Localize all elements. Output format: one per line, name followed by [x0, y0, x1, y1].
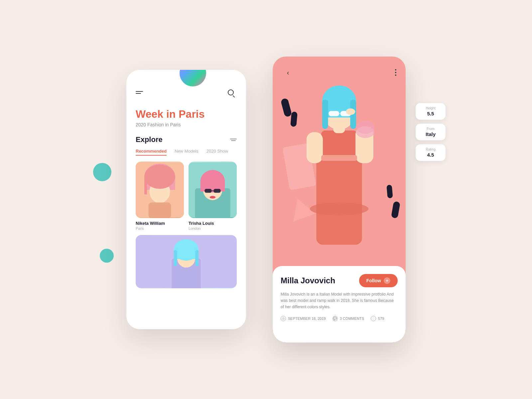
svg-rect-36	[329, 111, 339, 116]
svg-rect-39	[321, 155, 357, 161]
filter-icon[interactable]	[230, 139, 237, 141]
trisha-name: Trisha Louis	[189, 221, 237, 226]
stat-rating: Rating 4.5	[416, 144, 446, 161]
search-icon	[228, 89, 234, 95]
niketa-name: Niketa William	[136, 221, 184, 226]
follow-label: Follow	[366, 278, 381, 283]
left-phone: Week in Paris 2020 Fashion in Paris Expl…	[126, 70, 246, 329]
dot-icon	[395, 69, 396, 70]
info-card-header: Milla Jovovich Follow +	[281, 274, 398, 287]
model-description: Milla Jovovich is an a Italian Model wit…	[281, 291, 398, 311]
tab-2020-show[interactable]: 2020 Show	[206, 149, 228, 156]
svg-rect-13	[213, 189, 220, 193]
svg-rect-26	[307, 132, 323, 163]
model-hero-image	[286, 78, 392, 245]
follow-plus-icon: +	[384, 277, 390, 284]
back-button[interactable]: ‹	[282, 66, 294, 78]
model-info-card: Milla Jovovich Follow + Milla Jovovich i…	[273, 266, 406, 342]
gradient-blob	[180, 70, 206, 86]
side-stats: Height 5.5 From Italy Rating 4.5	[416, 103, 446, 161]
from-label: From	[421, 127, 440, 131]
model-card-niketa[interactable]: Niketa William Paris	[136, 162, 184, 230]
svg-rect-34	[322, 99, 328, 129]
svg-rect-5	[144, 177, 147, 195]
explore-header: Explore	[136, 135, 237, 144]
height-label: Height	[421, 106, 440, 110]
rating-value: 4.5	[421, 152, 440, 158]
comment-icon: 💬	[332, 316, 338, 321]
heart-icon: ♡	[371, 316, 376, 321]
model-main-name: Milla Jovovich	[281, 276, 335, 285]
stat-from: From Italy	[416, 124, 446, 140]
svg-rect-6	[149, 202, 171, 218]
right-phone: ‹	[273, 57, 406, 342]
svg-point-40	[346, 108, 355, 115]
page-subtitle: 2020 Fashion in Paris	[136, 122, 237, 127]
comments-count: 3 COMMENTS	[340, 317, 364, 321]
explore-label: Explore	[136, 135, 163, 144]
comments-item[interactable]: 💬 3 COMMENTS	[332, 316, 364, 321]
likes-item[interactable]: ♡ 579	[371, 316, 384, 321]
model-card-milla-thumb[interactable]	[136, 235, 237, 288]
tab-new-models[interactable]: New Models	[175, 149, 199, 156]
niketa-image	[136, 162, 184, 218]
model-grid: Niketa William Paris	[136, 162, 237, 230]
search-button[interactable]	[225, 86, 237, 98]
dot-icon	[395, 72, 396, 73]
svg-point-24	[310, 202, 369, 215]
date-item: ◷ SEPTEMBER 18, 2019	[281, 316, 326, 321]
svg-rect-22	[195, 250, 199, 266]
likes-count: 579	[378, 317, 384, 321]
svg-rect-25	[321, 131, 357, 157]
menu-icon[interactable]	[136, 91, 143, 94]
deco-rect-3	[391, 201, 400, 219]
app-scene: Week in Paris 2020 Fashion in Paris Expl…	[126, 57, 406, 342]
model-card-trisha[interactable]: Trisha Louis London	[189, 162, 237, 230]
height-value: 5.5	[421, 111, 440, 116]
tab-recommended[interactable]: Recommended	[136, 149, 167, 156]
info-footer: ◷ SEPTEMBER 18, 2019 💬 3 COMMENTS ♡ 579	[281, 316, 398, 321]
right-phone-wrapper: ‹	[273, 57, 406, 342]
clock-icon: ◷	[281, 316, 286, 321]
from-value: Italy	[421, 131, 440, 137]
right-phone-header: ‹	[273, 57, 406, 78]
teal-blob-1	[93, 163, 111, 181]
more-menu[interactable]	[395, 69, 396, 76]
follow-button[interactable]: Follow +	[359, 274, 398, 287]
trisha-location: London	[189, 226, 237, 230]
post-date: SEPTEMBER 18, 2019	[288, 317, 326, 321]
svg-rect-11	[200, 180, 225, 192]
page-title: Week in Paris	[136, 108, 237, 120]
trisha-image	[189, 162, 237, 218]
niketa-location: Paris	[136, 226, 184, 230]
svg-point-15	[210, 196, 215, 199]
svg-rect-23	[316, 147, 362, 245]
teal-blob-2	[100, 249, 114, 263]
svg-point-4	[144, 165, 175, 189]
left-phone-header	[136, 86, 237, 98]
model-hero	[273, 78, 406, 245]
svg-rect-20	[174, 250, 199, 259]
svg-rect-21	[174, 250, 177, 266]
svg-point-29	[356, 126, 374, 138]
rating-label: Rating	[421, 148, 440, 151]
dot-icon	[395, 74, 396, 76]
svg-rect-12	[204, 189, 211, 193]
stat-height: Height 5.5	[416, 103, 446, 120]
back-arrow-icon: ‹	[287, 69, 289, 76]
explore-tabs: Recommended New Models 2020 Show	[136, 149, 237, 156]
